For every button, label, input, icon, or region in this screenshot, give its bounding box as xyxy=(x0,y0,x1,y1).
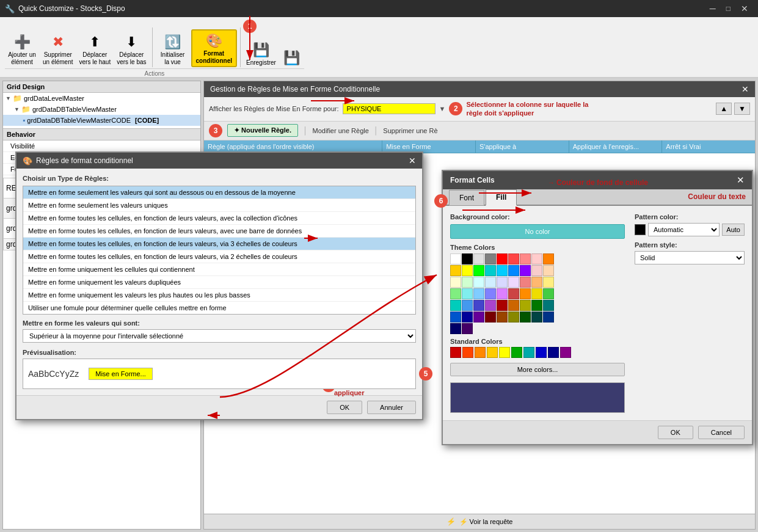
theme-color-swatch[interactable] xyxy=(473,253,484,264)
pattern-style-select[interactable]: Solid xyxy=(635,251,745,264)
minimize-button[interactable]: ─ xyxy=(705,2,721,15)
init-view-button[interactable]: 🔃 Initialiser la vue xyxy=(156,32,190,67)
rule-item-9[interactable]: Utiliser une fomule pour déterminer quel… xyxy=(23,302,415,314)
theme-color-swatch[interactable] xyxy=(462,300,473,311)
theme-color-swatch[interactable] xyxy=(450,312,461,322)
standard-color-swatch[interactable] xyxy=(450,347,461,358)
theme-color-swatch[interactable] xyxy=(473,300,484,311)
close-button[interactable]: ✕ xyxy=(736,2,753,15)
theme-color-swatch[interactable] xyxy=(508,312,519,322)
theme-color-swatch[interactable] xyxy=(543,277,554,288)
maximize-button[interactable]: □ xyxy=(721,2,735,15)
nav-down-button[interactable]: ▼ xyxy=(734,103,750,115)
theme-color-swatch[interactable] xyxy=(520,300,531,311)
standard-color-swatch[interactable] xyxy=(560,347,571,358)
rule-item-7[interactable]: Mettre en forme uniquement les valeurs d… xyxy=(23,276,415,289)
theme-color-swatch[interactable] xyxy=(543,288,554,299)
theme-color-swatch[interactable] xyxy=(462,277,473,288)
rule-item-1[interactable]: Mettre en forme seulement les valeurs un… xyxy=(23,199,415,212)
standard-color-swatch[interactable] xyxy=(511,347,522,358)
theme-color-swatch[interactable] xyxy=(508,277,519,288)
format-cells-cancel-button[interactable]: Cancel xyxy=(698,426,745,439)
theme-color-swatch[interactable] xyxy=(485,253,496,264)
more-colors-button[interactable]: More colors... xyxy=(450,363,625,376)
gestion-close-button[interactable]: ✕ xyxy=(742,84,749,94)
format-rules-ok-button[interactable]: OK xyxy=(327,401,362,414)
format-conditionnel-button[interactable]: 🎨 Format conditionnel xyxy=(191,29,237,67)
format-cells-close-button[interactable]: ✕ xyxy=(737,175,745,186)
tree-item-code[interactable]: ▪ grdDataDBTableViewMasterCODE [CODE] xyxy=(3,115,200,126)
voir-requete-bar[interactable]: ⚡ ⚡ Voir la requête xyxy=(204,514,755,529)
theme-color-swatch[interactable] xyxy=(497,277,508,288)
theme-color-swatch[interactable] xyxy=(508,265,519,276)
theme-color-swatch[interactable] xyxy=(450,323,461,334)
format-cells-ok-button[interactable]: OK xyxy=(658,426,693,439)
rule-item-8[interactable]: Mettre en forme uniquement les valeurs l… xyxy=(23,289,415,302)
theme-color-swatch[interactable] xyxy=(543,265,554,276)
condition-select[interactable]: Supérieur à la moyenne pour l'intervalle… xyxy=(23,329,416,343)
standard-color-swatch[interactable] xyxy=(475,347,486,358)
theme-color-swatch[interactable] xyxy=(473,312,484,322)
theme-color-swatch[interactable] xyxy=(485,312,496,322)
theme-color-swatch[interactable] xyxy=(520,288,531,299)
rule-item-2[interactable]: Mettre en forme toutes les cellules, en … xyxy=(23,212,415,225)
theme-color-swatch[interactable] xyxy=(485,277,496,288)
theme-color-swatch[interactable] xyxy=(497,265,508,276)
pattern-auto-button[interactable]: Auto xyxy=(722,224,745,236)
standard-color-swatch[interactable] xyxy=(462,347,473,358)
add-element-button[interactable]: ➕ Ajouter un élément xyxy=(5,32,39,67)
theme-color-swatch[interactable] xyxy=(531,277,542,288)
theme-color-swatch[interactable] xyxy=(473,277,484,288)
theme-color-swatch[interactable] xyxy=(497,312,508,322)
move-up-button[interactable]: ⬆ Déplacer vers le haut xyxy=(76,32,113,67)
theme-color-swatch[interactable] xyxy=(462,288,473,299)
standard-color-swatch[interactable] xyxy=(536,347,547,358)
theme-color-swatch[interactable] xyxy=(450,300,461,311)
rule-item-0[interactable]: Mettre en forme seulement les valeurs qu… xyxy=(23,186,415,199)
rule-item-5[interactable]: Mettre en forme toutes les cellules, en … xyxy=(23,250,415,263)
theme-color-swatch[interactable] xyxy=(473,265,484,276)
theme-color-swatch[interactable] xyxy=(520,312,531,322)
theme-color-swatch[interactable] xyxy=(450,288,461,299)
theme-color-swatch[interactable] xyxy=(485,288,496,299)
standard-color-swatch[interactable] xyxy=(499,347,510,358)
theme-color-swatch[interactable] xyxy=(450,265,461,276)
tree-item-master[interactable]: ▼ 📁 grdDataLevelMaster xyxy=(3,93,200,104)
theme-color-swatch[interactable] xyxy=(508,253,519,264)
theme-color-swatch[interactable] xyxy=(485,265,496,276)
theme-color-swatch[interactable] xyxy=(450,253,461,264)
theme-color-swatch[interactable] xyxy=(497,288,508,299)
theme-color-swatch[interactable] xyxy=(462,312,473,322)
theme-color-swatch[interactable] xyxy=(462,253,473,264)
theme-color-swatch[interactable] xyxy=(531,253,542,264)
format-preview-button[interactable]: Mise en Forme... xyxy=(89,368,153,380)
theme-color-swatch[interactable] xyxy=(531,300,542,311)
theme-color-swatch[interactable] xyxy=(508,300,519,311)
tab-fill[interactable]: Fill xyxy=(486,189,517,206)
modifier-regle-link[interactable]: Modifier une Règle xyxy=(312,127,368,134)
theme-color-swatch[interactable] xyxy=(450,277,461,288)
rule-item-3[interactable]: Mettre en forme toutes les cellules, en … xyxy=(23,225,415,238)
save-button-1[interactable]: 💾 Enregistrer xyxy=(244,40,279,67)
behavior-item-visibilite[interactable]: Visibilité xyxy=(3,140,200,152)
theme-color-swatch[interactable] xyxy=(462,323,473,334)
standard-color-swatch[interactable] xyxy=(523,347,534,358)
theme-color-swatch[interactable] xyxy=(473,288,484,299)
theme-color-swatch[interactable] xyxy=(485,300,496,311)
theme-color-swatch[interactable] xyxy=(520,277,531,288)
column-select-input[interactable] xyxy=(343,103,435,114)
delete-element-button[interactable]: ✖ Supprimer un élément xyxy=(40,32,75,67)
theme-color-swatch[interactable] xyxy=(531,265,542,276)
theme-color-swatch[interactable] xyxy=(531,312,542,322)
dropdown-icon[interactable]: ▼ xyxy=(439,105,446,112)
nav-up-button[interactable]: ▲ xyxy=(716,103,732,115)
supprimer-link[interactable]: Supprimer une Rè xyxy=(383,127,437,134)
theme-color-swatch[interactable] xyxy=(462,265,473,276)
theme-color-swatch[interactable] xyxy=(497,253,508,264)
standard-color-swatch[interactable] xyxy=(487,347,498,358)
tree-item-tableview[interactable]: ▼ 📁 grdDataDBTableViewMaster xyxy=(3,104,200,115)
format-rules-close-button[interactable]: ✕ xyxy=(409,156,416,166)
rule-item-6[interactable]: Mettre en forme uniquement les cellules … xyxy=(23,263,415,276)
save-button-2[interactable]: 💾 xyxy=(280,48,304,67)
theme-color-swatch[interactable] xyxy=(520,265,531,276)
